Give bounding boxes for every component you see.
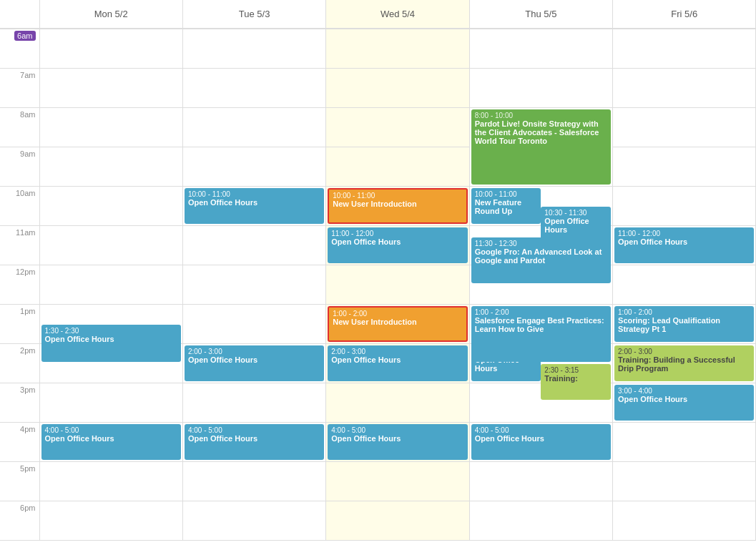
cell-thu-7am[interactable] [469, 68, 612, 107]
cell-fri-5pm[interactable] [613, 461, 756, 501]
cell-wed-12pm[interactable] [326, 265, 469, 304]
event-mon-openoffice-130[interactable]: 1:30 - 2:30 Open Office Hours [41, 325, 181, 362]
cell-fri-8am[interactable] [613, 107, 756, 147]
cell-fri-1pm[interactable]: 1:00 - 2:00 Scoring: Lead Qualification … [613, 304, 756, 343]
time-1pm: 1pm [0, 304, 39, 343]
cell-tue-5pm[interactable] [182, 461, 325, 501]
time-12pm: 12pm [0, 265, 39, 304]
header-tue: Tue 5/3 [182, 0, 325, 29]
cell-mon-4pm[interactable]: 4:00 - 5:00 Open Office Hours [39, 422, 182, 461]
header-mon: Mon 5/2 [39, 0, 182, 29]
cell-tue-1pm[interactable] [182, 304, 325, 343]
cell-mon-6am[interactable] [39, 29, 182, 68]
event-fri-openoffice-3[interactable]: 3:00 - 4:00 Open Office Hours [614, 385, 754, 421]
cell-wed-11am[interactable]: 11:00 - 12:00 Open Office Hours [326, 225, 469, 265]
cell-fri-10am[interactable] [613, 186, 756, 225]
event-thu-newfeature[interactable]: 10:00 - 11:00 New Feature Round Up [471, 188, 541, 224]
cell-tue-6pm[interactable] [182, 501, 325, 540]
time-6pm: 6pm [0, 501, 39, 540]
cell-fri-11am[interactable]: 11:00 - 12:00 Open Office Hours [613, 225, 756, 265]
cell-wed-1pm[interactable]: 1:00 - 2:00 New User Introduction [326, 304, 469, 343]
cell-thu-4pm[interactable]: 4:00 - 5:00 Open Office Hours [469, 422, 612, 461]
cell-tue-4pm[interactable]: 4:00 - 5:00 Open Office Hours [182, 422, 325, 461]
event-wed-openoffice-2[interactable]: 2:00 - 3:00 Open Office Hours [328, 345, 467, 381]
time-10am: 10am [0, 186, 39, 225]
cell-fri-9am[interactable] [613, 147, 756, 186]
event-fri-openoffice-11[interactable]: 11:00 - 12:00 Open Office Hours [614, 227, 754, 263]
cell-fri-2pm[interactable]: 2:00 - 3:00 Training: Building a Success… [613, 343, 756, 383]
cell-tue-8am[interactable] [182, 107, 325, 147]
event-tue-openoffice-10[interactable]: 10:00 - 11:00 Open Office Hours [185, 188, 324, 224]
cell-wed-3pm[interactable] [326, 383, 469, 422]
cell-mon-11am[interactable] [39, 225, 182, 265]
event-wed-newuser-1[interactable]: 1:00 - 2:00 New User Introduction [328, 306, 467, 342]
cell-mon-3pm[interactable] [39, 383, 182, 422]
cell-tue-9am[interactable] [182, 147, 325, 186]
time-3pm: 3pm [0, 383, 39, 422]
cell-thu-10am[interactable]: 10:00 - 11:00 New Feature Round Up 10:30… [469, 186, 612, 225]
cell-thu-1pm[interactable]: 1:00 - 2:00 Salesforce Engage Best Pract… [469, 304, 612, 343]
cell-wed-7am[interactable] [326, 68, 469, 107]
header-wed: Wed 5/4 [326, 0, 469, 29]
cell-fri-7am[interactable] [613, 68, 756, 107]
event-thu-training-230[interactable]: 2:30 - 3:15 Training: [541, 364, 611, 400]
cell-tue-10am[interactable]: 10:00 - 11:00 Open Office Hours [182, 186, 325, 225]
cell-fri-6am[interactable] [613, 29, 756, 68]
event-thu-google[interactable]: 11:30 - 12:30 Google Pro: An Advanced Lo… [471, 237, 611, 283]
cell-wed-4pm[interactable]: 4:00 - 5:00 Open Office Hours [326, 422, 469, 461]
cell-wed-5pm[interactable] [326, 461, 469, 501]
header-thu: Thu 5/5 [469, 0, 612, 29]
cell-wed-10am[interactable]: 10:00 - 11:00 New User Introduction [326, 186, 469, 225]
event-wed-newuser-10[interactable]: 10:00 - 11:00 New User Introduction [328, 188, 467, 224]
time-2pm: 2pm [0, 343, 39, 383]
time-8am: 8am [0, 107, 39, 147]
cell-wed-6am[interactable] [326, 29, 469, 68]
event-thu-salesforce-engage[interactable]: 1:00 - 2:00 Salesforce Engage Best Pract… [471, 306, 611, 362]
cell-tue-3pm[interactable] [182, 383, 325, 422]
cell-mon-7am[interactable] [39, 68, 182, 107]
cell-wed-2pm[interactable]: 2:00 - 3:00 Open Office Hours [326, 343, 469, 383]
cell-wed-6pm[interactable] [326, 501, 469, 540]
cell-mon-10am[interactable] [39, 186, 182, 225]
time-7am: 7am [0, 68, 39, 107]
cell-mon-1pm[interactable]: 1:30 - 2:30 Open Office Hours [39, 304, 182, 343]
cell-fri-6pm[interactable] [613, 501, 756, 540]
cell-mon-9am[interactable] [39, 147, 182, 186]
cell-thu-6am[interactable] [469, 29, 612, 68]
cell-tue-7am[interactable] [182, 68, 325, 107]
event-wed-openoffice-11[interactable]: 11:00 - 12:00 Open Office Hours [328, 227, 467, 263]
cell-fri-4pm[interactable] [613, 422, 756, 461]
cell-tue-12pm[interactable] [182, 265, 325, 304]
cell-tue-2pm[interactable]: 2:00 - 3:00 Open Office Hours [182, 343, 325, 383]
time-11am: 11am [0, 225, 39, 265]
cell-fri-12pm[interactable] [613, 265, 756, 304]
cell-mon-6pm[interactable] [39, 501, 182, 540]
cell-fri-3pm[interactable]: 3:00 - 4:00 Open Office Hours [613, 383, 756, 422]
cell-thu-6pm[interactable] [469, 501, 612, 540]
cell-tue-11am[interactable] [182, 225, 325, 265]
event-pardot[interactable]: 8:00 - 10:00 Pardot Live! Onsite Strateg… [471, 109, 611, 185]
event-tue-openoffice-4[interactable]: 4:00 - 5:00 Open Office Hours [185, 424, 324, 460]
time-9am: 9am [0, 147, 39, 186]
cell-mon-5pm[interactable] [39, 461, 182, 501]
header-fri: Fri 5/6 [613, 0, 756, 29]
calendar-container: Mon 5/2 Tue 5/3 Wed 5/4 Thu 5/5 Fri 5/6 … [0, 0, 756, 550]
cell-wed-8am[interactable] [326, 107, 469, 147]
event-fri-scoring[interactable]: 1:00 - 2:00 Scoring: Lead Qualification … [614, 306, 754, 342]
event-thu-openoffice-4[interactable]: 4:00 - 5:00 Open Office Hours [471, 424, 611, 460]
event-mon-openoffice-4[interactable]: 4:00 - 5:00 Open Office Hours [41, 424, 181, 460]
event-wed-openoffice-4[interactable]: 4:00 - 5:00 Open Office Hours [328, 424, 467, 460]
cell-mon-8am[interactable] [39, 107, 182, 147]
cell-thu-8am[interactable]: 8:00 - 10:00 Pardot Live! Onsite Strateg… [469, 107, 612, 186]
cell-thu-5pm[interactable] [469, 461, 612, 501]
event-thu-openoffice-1030[interactable]: 10:30 - 11:30 Open Office Hours [541, 207, 611, 244]
cell-wed-9am[interactable] [326, 147, 469, 186]
cell-mon-12pm[interactable] [39, 265, 182, 304]
time-6am: 6am [0, 29, 39, 68]
cell-tue-6am[interactable] [182, 29, 325, 68]
event-fri-training-drip[interactable]: 2:00 - 3:00 Training: Building a Success… [614, 345, 754, 381]
time-4pm: 4pm [0, 422, 39, 461]
event-tue-openoffice-2[interactable]: 2:00 - 3:00 Open Office Hours [185, 345, 324, 381]
time-5pm: 5pm [0, 461, 39, 501]
